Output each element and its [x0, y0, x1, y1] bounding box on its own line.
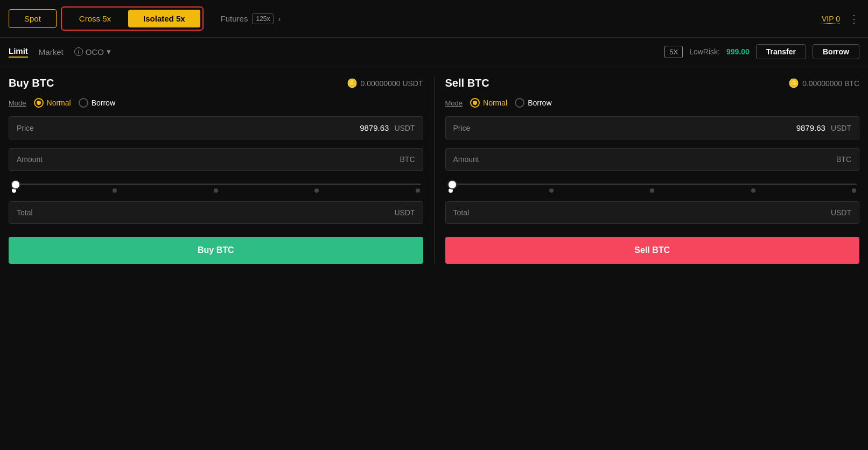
sell-balance: 0.00000000 BTC	[802, 79, 859, 88]
main-content: Buy BTC 🪙 0.00000000 USDT Mode Normal Bo…	[0, 66, 868, 275]
buy-balance-info: 🪙 0.00000000 USDT	[347, 78, 423, 88]
buy-price-label: Price	[17, 124, 34, 132]
oco-label: OCO	[86, 47, 104, 57]
buy-slider-dot-2	[214, 188, 218, 193]
sell-total-right: USDT	[831, 208, 851, 217]
buy-slider-thumb[interactable]	[11, 180, 20, 189]
buy-total-field[interactable]: Total USDT	[9, 201, 423, 224]
buy-slider-dot-3	[314, 188, 319, 193]
sell-amount-right: BTC	[836, 155, 851, 164]
transfer-button[interactable]: Transfer	[756, 44, 806, 59]
sell-normal-label: Normal	[483, 99, 507, 107]
sell-price-currency: USDT	[831, 124, 851, 132]
sell-amount-field[interactable]: Amount BTC	[445, 148, 860, 171]
sell-slider-thumb[interactable]	[447, 180, 457, 189]
more-options-icon[interactable]: ⋮	[849, 12, 859, 25]
buy-total-label: Total	[17, 208, 33, 217]
buy-panel: Buy BTC 🪙 0.00000000 USDT Mode Normal Bo…	[9, 77, 423, 264]
sell-mode-row: Mode Normal Borrow	[445, 98, 860, 108]
oco-dropdown-icon: ▾	[107, 47, 111, 57]
buy-mode-row: Mode Normal Borrow	[9, 98, 423, 108]
chevron-right-icon[interactable]: ›	[278, 15, 281, 23]
buy-price-right: 9879.63 USDT	[360, 123, 415, 132]
panel-divider	[434, 77, 435, 264]
sell-borrow-radio[interactable]: Borrow	[515, 98, 551, 108]
buy-normal-radio[interactable]: Normal	[34, 98, 71, 108]
lowrisk-label: LowRisk:	[689, 47, 720, 56]
sell-normal-radio-inner	[473, 101, 477, 105]
sell-wallet-icon: 🪙	[788, 78, 799, 88]
futures-label: Futures	[221, 14, 248, 23]
top-right: VIP 0 ⋮	[822, 12, 859, 25]
oco-button[interactable]: i OCO ▾	[74, 47, 111, 57]
borrow-button[interactable]: Borrow	[813, 44, 859, 59]
sell-panel-title: Sell BTC	[445, 77, 489, 89]
limit-tab[interactable]: Limit	[9, 46, 28, 58]
sell-panel: Sell BTC 🪙 0.00000000 BTC Mode Normal Bo…	[445, 77, 860, 264]
sell-total-field[interactable]: Total USDT	[445, 201, 860, 224]
sell-slider-container	[445, 179, 860, 193]
isolated-tab[interactable]: Isolated 5x	[128, 10, 200, 27]
margin-tabs-outlined: Cross 5x Isolated 5x	[61, 6, 204, 31]
sell-slider-dot-2	[650, 188, 654, 193]
sell-amount-label: Amount	[453, 155, 479, 164]
buy-panel-header: Buy BTC 🪙 0.00000000 USDT	[9, 77, 423, 89]
sell-slider-dot-1	[549, 188, 554, 193]
sell-slider-track[interactable]	[447, 184, 858, 185]
buy-amount-field[interactable]: Amount BTC	[9, 148, 423, 171]
market-tab[interactable]: Market	[39, 47, 64, 57]
wallet-icon: 🪙	[347, 78, 358, 88]
futures-section: Futures 125x ›	[221, 13, 281, 24]
sell-normal-radio[interactable]: Normal	[470, 98, 507, 108]
sell-panel-header: Sell BTC 🪙 0.00000000 BTC	[445, 77, 860, 89]
cross-tab[interactable]: Cross 5x	[64, 10, 126, 27]
sell-total-label: Total	[453, 208, 470, 217]
buy-total-right: USDT	[394, 208, 415, 217]
buy-normal-label: Normal	[47, 99, 71, 107]
sell-price-label: Price	[453, 124, 471, 132]
top-bar: Spot Cross 5x Isolated 5x Futures 125x ›…	[0, 0, 868, 38]
sell-borrow-radio-circle[interactable]	[515, 98, 524, 108]
buy-btc-button[interactable]: Buy BTC	[9, 237, 423, 264]
buy-slider-container	[9, 179, 423, 193]
sell-btc-button[interactable]: Sell BTC	[445, 237, 860, 264]
futures-leverage-badge[interactable]: 125x	[252, 13, 274, 24]
buy-price-field[interactable]: Price 9879.63 USDT	[9, 116, 423, 139]
buy-amount-right: BTC	[400, 155, 415, 164]
buy-price-value: 9879.63	[360, 123, 389, 132]
buy-balance: 0.00000000 USDT	[361, 79, 423, 88]
sell-balance-info: 🪙 0.00000000 BTC	[788, 78, 859, 88]
sell-slider-dot-3	[751, 188, 755, 193]
sell-borrow-label: Borrow	[528, 99, 551, 107]
lowrisk-value: 999.00	[726, 47, 750, 56]
toolbar-right: 5X LowRisk: 999.00 Transfer Borrow	[664, 44, 859, 59]
sell-price-field[interactable]: Price 9879.63 USDT	[445, 116, 860, 139]
sell-slider-dot-4	[852, 188, 856, 193]
sell-price-right: 9879.63 USDT	[796, 123, 851, 132]
sell-mode-label[interactable]: Mode	[445, 99, 463, 107]
buy-slider-dots	[11, 188, 421, 193]
buy-slider-dot-4	[416, 188, 420, 193]
leverage-badge[interactable]: 5X	[664, 46, 683, 58]
spot-tab[interactable]: Spot	[9, 9, 57, 28]
buy-borrow-radio[interactable]: Borrow	[79, 98, 115, 108]
order-types: Limit Market i OCO ▾	[9, 46, 111, 58]
buy-normal-radio-circle[interactable]	[34, 98, 44, 108]
buy-borrow-label: Borrow	[92, 99, 115, 107]
order-toolbar: Limit Market i OCO ▾ 5X LowRisk: 999.00 …	[0, 38, 868, 66]
buy-panel-title: Buy BTC	[9, 77, 54, 89]
info-icon: i	[74, 47, 83, 56]
buy-slider-track[interactable]	[11, 184, 421, 185]
buy-borrow-radio-circle[interactable]	[79, 98, 88, 108]
buy-slider-dot-1	[113, 188, 117, 193]
buy-amount-label: Amount	[17, 155, 43, 164]
vip-label[interactable]: VIP 0	[822, 15, 840, 23]
sell-total-currency: USDT	[831, 208, 851, 217]
sell-normal-radio-circle[interactable]	[470, 98, 480, 108]
sell-slider-dots	[447, 188, 858, 193]
buy-amount-currency: BTC	[400, 155, 415, 164]
buy-mode-label[interactable]: Mode	[9, 99, 26, 107]
buy-total-currency: USDT	[394, 208, 415, 217]
buy-normal-radio-inner	[37, 101, 41, 105]
sell-amount-currency: BTC	[836, 155, 851, 164]
